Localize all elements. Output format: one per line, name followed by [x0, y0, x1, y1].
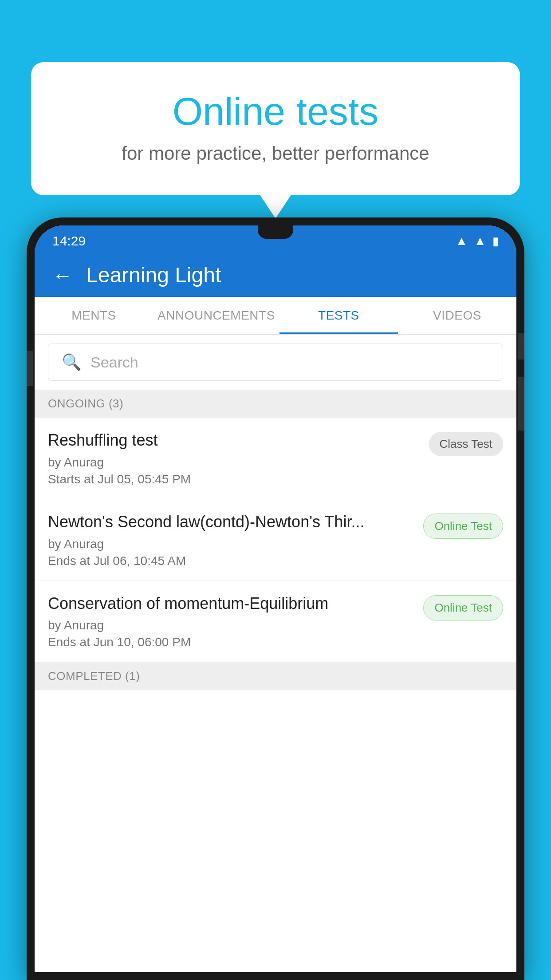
- test-list: Reshuffling test by Anurag Starts at Jul…: [35, 418, 516, 972]
- test-info-2: Newton's Second law(contd)-Newton's Thir…: [48, 512, 414, 568]
- test-name-1: Reshuffling test: [48, 430, 420, 451]
- test-by-3: by Anurag: [48, 618, 414, 632]
- tab-bar: MENTS ANNOUNCEMENTS TESTS VIDEOS: [35, 297, 516, 335]
- tab-tests[interactable]: TESTS: [279, 297, 398, 334]
- test-badge-1: Class Test: [429, 432, 503, 456]
- back-button[interactable]: ←: [52, 265, 73, 285]
- speech-bubble-subtitle: for more practice, better performance: [67, 143, 484, 164]
- status-time: 14:29: [52, 233, 86, 249]
- test-info-1: Reshuffling test by Anurag Starts at Jul…: [48, 430, 420, 486]
- speech-bubble-title: Online tests: [67, 89, 484, 134]
- app-bar: ← Learning Light: [35, 253, 516, 297]
- wifi-icon: ▲: [456, 234, 468, 248]
- search-input[interactable]: Search: [91, 354, 138, 371]
- test-info-3: Conservation of momentum-Equilibrium by …: [48, 593, 414, 650]
- ongoing-section-header: ONGOING (3): [35, 390, 516, 418]
- test-name-2: Newton's Second law(contd)-Newton's Thir…: [48, 512, 414, 533]
- test-by-2: by Anurag: [48, 537, 414, 551]
- completed-section-header: COMPLETED (1): [35, 662, 516, 690]
- tab-announcements[interactable]: ANNOUNCEMENTS: [153, 297, 279, 334]
- status-bar: 14:29 ▲ ▲ ▮: [35, 225, 516, 253]
- signal-icon: ▲: [474, 234, 486, 248]
- phone-frame: 14:29 ▲ ▲ ▮ ← Learning Light MENTS ANNOU…: [27, 217, 524, 980]
- search-container: 🔍 Search: [35, 335, 516, 390]
- side-button-right-2: [518, 377, 524, 431]
- battery-icon: ▮: [492, 234, 499, 248]
- test-date-3: Ends at Jun 10, 06:00 PM: [48, 635, 414, 649]
- search-icon: 🔍: [62, 353, 82, 371]
- tab-assignments[interactable]: MENTS: [35, 297, 153, 334]
- test-date-1: Starts at Jul 05, 05:45 PM: [48, 472, 420, 486]
- test-badge-3: Online Test: [423, 595, 503, 620]
- phone-inner: 14:29 ▲ ▲ ▮ ← Learning Light MENTS ANNOU…: [35, 225, 516, 972]
- speech-bubble: Online tests for more practice, better p…: [31, 62, 520, 195]
- tab-videos[interactable]: VIDEOS: [398, 297, 516, 334]
- app-title: Learning Light: [86, 263, 221, 287]
- side-button-right-1: [518, 333, 524, 360]
- list-item[interactable]: Reshuffling test by Anurag Starts at Jul…: [35, 418, 516, 499]
- notch: [258, 225, 293, 239]
- search-bar[interactable]: 🔍 Search: [48, 344, 503, 381]
- test-date-2: Ends at Jul 06, 10:45 AM: [48, 554, 414, 568]
- list-item[interactable]: Newton's Second law(contd)-Newton's Thir…: [35, 499, 516, 581]
- side-button-left: [27, 351, 33, 386]
- speech-bubble-container: Online tests for more practice, better p…: [31, 62, 520, 195]
- test-badge-2: Online Test: [423, 514, 503, 539]
- test-name-3: Conservation of momentum-Equilibrium: [48, 593, 414, 614]
- status-icons: ▲ ▲ ▮: [456, 234, 499, 248]
- list-item[interactable]: Conservation of momentum-Equilibrium by …: [35, 581, 516, 663]
- test-by-1: by Anurag: [48, 455, 420, 470]
